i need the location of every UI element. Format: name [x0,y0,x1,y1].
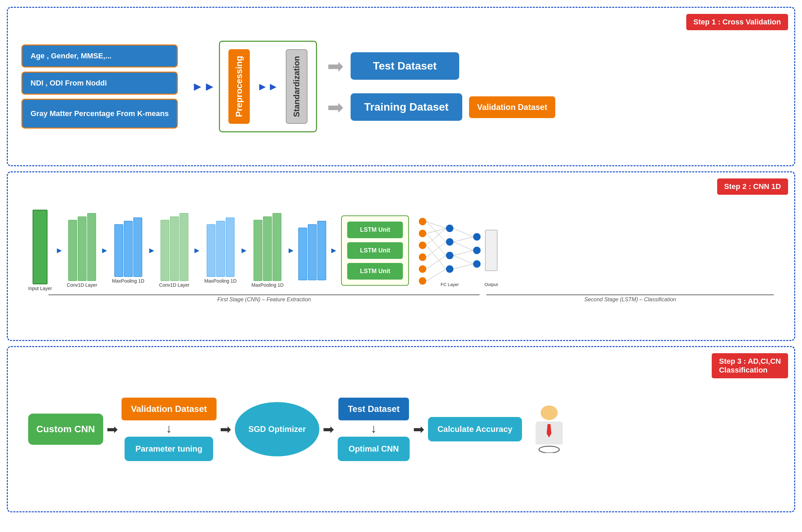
arrow-s2-2: ► [100,246,109,255]
svg-line-23 [453,237,473,242]
conv1d-group3: MaxPooling 1D [251,213,284,288]
optimal-cnn-column: Test Dataset ↓ Optimal CNN [338,398,410,461]
test-dataset-box: Test Dataset [351,52,459,80]
down-arrow-1: ↓ [166,422,172,435]
main-container: Step 1 : Cross Validation Age , Gender, … [0,0,802,532]
input-layer-label: Input Layer [28,286,52,291]
arrow-s2-6: ► [287,246,295,255]
input-layer-group: Input Layer [28,210,52,291]
down-arrow-2: ↓ [371,422,377,435]
calculate-accuracy-box: Calculate Accuracy [428,417,522,441]
validation-dataset-box: Validation Dataset [469,96,556,118]
svg-point-4 [419,265,426,273]
stage2-label: Second Stage (LSTM) – Classification [486,294,774,303]
svg-text:FC Layer: FC Layer [441,282,459,287]
flow-arrow-3: ➡ [323,421,334,437]
gray-arrow-test: ➡ [327,55,344,78]
lstm-unit-2: LSTM Unit [347,242,403,259]
svg-line-24 [453,242,473,250]
validation-top-box: Validation Dataset [122,398,217,420]
step3-label: Step 3 : AD,CI,CN Classification [712,353,788,378]
conv1d-stack3 [254,213,281,281]
svg-point-6 [446,225,453,232]
flow-arrow-1: ➡ [107,421,118,437]
svg-line-26 [453,255,473,264]
flow-arrow-2: ➡ [220,421,231,437]
arrow-s2-1: ► [55,246,63,255]
maxpool3-stack [298,221,326,280]
arrow-s2-3: ► [148,246,156,255]
arrow1: ►► [191,79,216,94]
input-ndi: NDI , ODI From Noddi [21,72,178,95]
svg-text:Output: Output [485,282,498,287]
stage-labels: First Stage (CNN) – Feature Extraction S… [28,294,774,303]
doctor-tie [547,424,552,438]
conv1d-label1: Conv1D Layer [67,282,97,288]
doctor-icon [532,405,566,453]
lstm-unit-1: LSTM Unit [347,222,403,238]
training-dataset-box: Training Dataset [351,93,462,121]
section2: Step 2 : CNN 1D Input Layer ► Conv1D La [7,171,795,341]
maxpool3-label: MaxPooling 1D [251,282,284,288]
input-boxes: Age , Gender, MMSE,... NDI , ODI From No… [21,44,178,129]
training-row: ➡ Training Dataset Validation Dataset [327,93,556,121]
flow-arrow-4: ➡ [413,421,425,437]
preprocessing-box: Preprocessing [228,49,250,124]
test-row: ➡ Test Dataset [327,52,556,80]
arrow-s2-4: ► [193,246,201,255]
doctor-body [536,421,563,444]
sgd-optimizer-box: SGD Optimizer [235,402,319,456]
svg-rect-28 [485,230,497,271]
svg-point-7 [446,238,453,246]
section2-diagram: Input Layer ► Conv1D Layer ► [28,210,774,303]
svg-line-13 [426,222,446,228]
gray-arrow-training: ➡ [327,96,344,119]
input-layer-block [33,210,48,284]
svg-line-18 [426,269,446,281]
step2-label: Step 2 : CNN 1D [717,178,788,195]
doctor-head [541,405,558,420]
svg-point-8 [446,252,453,259]
svg-point-10 [473,233,481,241]
input-age: Age , Gender, MMSE,... [21,44,178,68]
conv1d-group2: Conv1D Layer [159,213,190,288]
standardization-box: Standardization [286,49,307,124]
arrow-s2-7: ► [330,246,338,255]
stethoscope-icon [536,444,563,453]
svg-point-0 [419,218,426,225]
conv1d-label2: Conv1D Layer [159,282,190,288]
input-gray: Gray Matter Percentage From K-means [21,99,178,129]
svg-point-31 [539,446,559,453]
param-tuning-column: Validation Dataset ↓ Parameter tuning [122,398,217,461]
optimal-cnn-box: Optimal CNN [338,437,410,461]
svg-line-27 [453,264,473,269]
svg-line-22 [453,228,473,237]
svg-point-1 [419,230,426,237]
section3: Step 3 : AD,CI,CN Classification Custom … [7,346,795,512]
conv1d-stack1 [68,213,96,281]
parameter-tuning-box: Parameter tuning [125,437,213,461]
maxpool2-label: MaxPooling 1D [204,278,237,284]
svg-point-3 [419,253,426,261]
nn-diagram: FC Layer Output [412,211,501,289]
lstm-container: LSTM Unit LSTM Unit LSTM Unit [341,215,409,286]
preprocessing-container: Preprocessing ►► Standardization [219,41,317,132]
lstm-unit-3: LSTM Unit [347,263,403,280]
maxpool1-label: MaxPooling 1D [112,278,144,284]
inner-arrow1: ►► [257,80,278,93]
maxpool2-group: MaxPooling 1D [204,217,237,284]
svg-line-21 [426,245,446,269]
svg-point-11 [473,247,481,254]
svg-point-2 [419,242,426,249]
step1-label: Step 1 : Cross Validation [686,14,788,30]
svg-line-19 [426,222,446,242]
maxpool2-stack [207,217,235,277]
stage1-label: First Stage (CNN) – Feature Extraction [49,294,480,303]
custom-cnn-box: Custom CNN [28,414,103,445]
arrow-s2-5: ► [240,246,248,255]
test-dataset-top-box: Test Dataset [338,398,409,420]
svg-line-25 [453,250,473,255]
conv1d-stack2 [161,213,188,281]
s2-main-row: Input Layer ► Conv1D Layer ► [28,210,774,291]
conv1d-group1: Conv1D Layer [67,213,97,288]
